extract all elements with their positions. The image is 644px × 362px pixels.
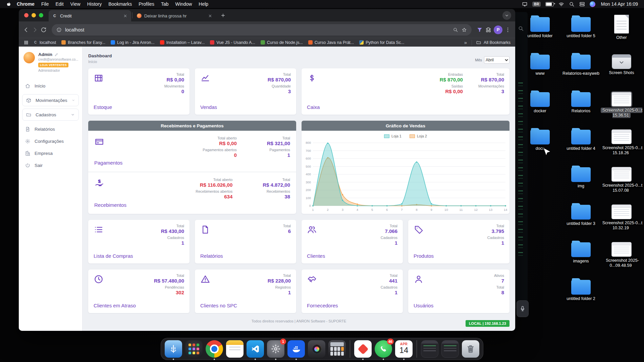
- bookmark-star-icon[interactable]: [462, 27, 467, 33]
- dock-notes-icon[interactable]: [226, 340, 244, 358]
- menubar-item-file[interactable]: File: [38, 1, 52, 7]
- desktop-icon-screenshot-2025-0-t-15-18-26[interactable]: Screenshot 2025-0...t 15.18.26: [599, 127, 644, 156]
- address-bar[interactable]: localhost: [52, 24, 472, 36]
- chevron-down-icon[interactable]: [71, 98, 75, 103]
- tab-search-button[interactable]: [502, 11, 511, 20]
- bookmark-log-in-jira-anron[interactable]: Log in - Jira Anron...: [108, 40, 157, 46]
- dock-window-thumb-icon[interactable]: [421, 340, 438, 358]
- dock-settings-icon[interactable]: 1: [267, 340, 284, 358]
- back-button[interactable]: [23, 26, 30, 33]
- dock-launchpad-icon[interactable]: [185, 340, 203, 358]
- dock-vscode-icon[interactable]: [247, 340, 264, 358]
- minimize-window-button[interactable]: [32, 13, 36, 17]
- card-title-link[interactable]: Recebimentos: [94, 202, 126, 208]
- menubar-item-history[interactable]: History: [84, 1, 105, 7]
- desktop-icon-screenshot-2025-0-09-48-59[interactable]: Screenshot 2025-0...09.48.59: [599, 239, 644, 268]
- card-title-link[interactable]: Lista de Compras: [94, 253, 133, 259]
- dock-trash-icon[interactable]: [462, 340, 479, 358]
- close-tab-icon[interactable]: [208, 13, 213, 18]
- desktop-icon-screenshot-2025-0-t-15-36-51[interactable]: Screenshot 2025-0...t 15.36.51: [599, 89, 644, 118]
- card-title-link[interactable]: Vendas: [200, 104, 217, 111]
- desktop-icon-screenshot-2025-0-t-15-07-08[interactable]: Screenshot 2025-0...t 15.07.08: [599, 164, 644, 193]
- bookmark-python-for-data-sc[interactable]: Python for Data Sc...: [357, 40, 407, 46]
- menu-bar-clock[interactable]: Mon 14 Apr 16:09: [601, 1, 638, 7]
- close-tab-icon[interactable]: [123, 13, 128, 18]
- menubar-item-view[interactable]: View: [67, 1, 84, 7]
- extensions-icon[interactable]: [485, 26, 492, 33]
- all-bookmarks-button[interactable]: All Bookmarks: [472, 40, 511, 45]
- month-select[interactable]: Abril: [484, 56, 509, 64]
- dock-finder-icon[interactable]: [165, 340, 182, 358]
- dock-anydesk-icon[interactable]: [354, 340, 372, 358]
- card-title-link[interactable]: Fornecedores: [307, 303, 338, 309]
- desktop-icon-screen-shots[interactable]: Screen Shots: [599, 52, 644, 75]
- bookmark-curso-java-na-prat[interactable]: Curso Java na Prát...: [306, 40, 356, 46]
- dock-calendar-icon[interactable]: APR14: [395, 340, 413, 358]
- sidebar-item-cadastros[interactable]: Cadastros: [22, 109, 78, 120]
- profile-avatar[interactable]: P: [494, 25, 502, 34]
- card-title-link[interactable]: Clientes em Atraso: [94, 303, 136, 309]
- sidebar-item-empresa[interactable]: Empresa: [19, 147, 82, 159]
- bookmark-curso-de-node-js[interactable]: Curso de Node.js...: [258, 40, 305, 46]
- desktop-icon-untitled-folder-5[interactable]: untitled folder 5: [559, 14, 603, 39]
- spotlight-search-icon[interactable]: [569, 1, 575, 7]
- zoom-window-button[interactable]: [39, 13, 43, 17]
- desktop-icon-untitled-folder[interactable]: untitled folder: [518, 14, 562, 39]
- wifi-icon[interactable]: [558, 1, 564, 7]
- dock-calculator-icon[interactable]: [328, 340, 346, 358]
- menubar-item-profiles[interactable]: Profiles: [135, 1, 158, 7]
- sidebar-item-relatorios[interactable]: Relatórios: [19, 123, 82, 135]
- apps-grid-icon[interactable]: [23, 40, 29, 45]
- sidebar-item-inicio[interactable]: Início: [19, 80, 82, 92]
- desktop-icon-relatorios-easyweb[interactable]: Relatorios-easyweb: [559, 52, 603, 76]
- bookmark-branches-for-easy[interactable]: Branches for Easy...: [59, 40, 108, 46]
- menubar-item-bookmarks[interactable]: Bookmarks: [105, 1, 135, 7]
- apple-menu-icon[interactable]: [6, 1, 11, 7]
- user-avatar[interactable]: [23, 52, 35, 63]
- new-tab-button[interactable]: [219, 11, 227, 20]
- close-window-button[interactable]: [24, 13, 29, 17]
- browser-menu-icon[interactable]: [504, 26, 511, 33]
- card-title-link[interactable]: Usuários: [414, 303, 433, 309]
- legend-item-loja2[interactable]: Loja 2: [410, 134, 427, 138]
- edit-profile-icon[interactable]: [54, 53, 58, 57]
- sidebar-item-sair[interactable]: Sair: [19, 159, 82, 171]
- menubar-item-help[interactable]: Help: [195, 1, 212, 7]
- desktop-icon-untitled-folder-2[interactable]: untitled folder 2: [559, 277, 603, 301]
- input-source-indicator[interactable]: BR: [532, 2, 541, 7]
- desktop-icon-screenshot-2025-0-t-10-32-19[interactable]: Screenshot 2025-0...t 10.32.19: [599, 202, 644, 231]
- bookmark-localhost[interactable]: Clocalhost: [31, 40, 58, 46]
- menubar-item-window[interactable]: Window: [172, 1, 196, 7]
- card-title-link[interactable]: Produtos: [414, 253, 434, 259]
- filter-extension-icon[interactable]: [476, 26, 483, 33]
- sidebar-item-configuracoes[interactable]: Configurações: [19, 135, 82, 147]
- card-title-link[interactable]: Clientes no SPC: [200, 303, 237, 309]
- chevron-down-icon[interactable]: [70, 112, 75, 117]
- legend-item-loja1[interactable]: Loja 1: [384, 134, 401, 138]
- dock-chrome-icon[interactable]: [206, 340, 223, 358]
- control-center-icon[interactable]: [579, 1, 585, 7]
- desktop-icon-untitled-folder-4[interactable]: untitled folder 4: [559, 127, 603, 151]
- desktop-icon-relatorios[interactable]: Relatorios: [559, 89, 603, 114]
- reload-button[interactable]: [40, 26, 47, 33]
- forward-button[interactable]: [32, 26, 38, 33]
- card-title-link[interactable]: Caixa: [307, 104, 320, 111]
- desktop-icon-docs[interactable]: docs: [518, 127, 562, 151]
- desktop-icon-www[interactable]: www: [518, 52, 562, 76]
- menubar-item-tab[interactable]: Tab: [158, 1, 172, 7]
- bookmark-installation-larav[interactable]: Installation – Larav...: [158, 40, 207, 46]
- desktop-icon-docker[interactable]: docker: [518, 89, 562, 114]
- desktop-icon-other[interactable]: Other: [599, 14, 644, 40]
- tab-deixar-linha-grossa[interactable]: Deixar linha grossa hr: [133, 10, 216, 21]
- tab-credit[interactable]: C Credit: [49, 10, 131, 21]
- menubar-item-edit[interactable]: Edit: [52, 1, 67, 7]
- desktop-icon-img[interactable]: img: [559, 164, 603, 189]
- screen-mirroring-icon[interactable]: [522, 1, 528, 7]
- bookmark-vue-js-usando-a[interactable]: Vue JS - Usando A...: [208, 40, 258, 46]
- dock-photo-booth-icon[interactable]: [308, 340, 325, 358]
- card-title-link[interactable]: Relatórios: [200, 253, 223, 259]
- dock-whatsapp-icon[interactable]: 46: [375, 340, 392, 358]
- omnibox-search-icon[interactable]: [453, 27, 458, 33]
- battery-icon[interactable]: [545, 2, 554, 6]
- bookmarks-overflow-button[interactable]: »: [462, 40, 470, 45]
